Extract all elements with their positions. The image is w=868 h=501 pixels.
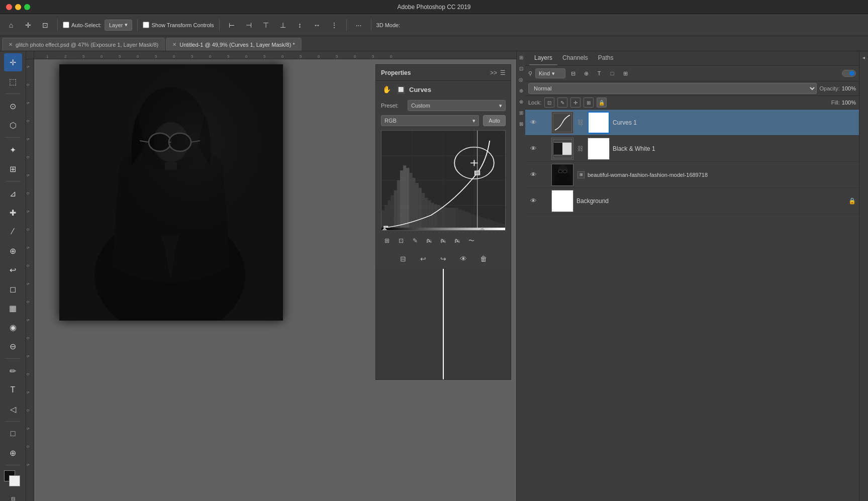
background-color[interactable] xyxy=(9,475,20,486)
svg-rect-29 xyxy=(419,188,422,230)
curves-vis-btn[interactable]: 👁 xyxy=(456,252,470,266)
curves-redo-btn[interactable]: ↪ xyxy=(436,252,450,266)
curves-eyedropper-mid[interactable]: 🖎 xyxy=(437,235,449,247)
align-top-btn[interactable]: ⊥ xyxy=(276,18,290,32)
layer-vis-curves1[interactable]: 👁 xyxy=(528,118,538,128)
lasso-tool[interactable]: ⊙ xyxy=(4,97,22,115)
filter-shape-btn[interactable]: □ xyxy=(607,68,618,79)
tab-close-icon-2[interactable]: ✕ xyxy=(172,42,176,47)
distribute-btn[interactable]: ⋮ xyxy=(327,18,341,32)
more-options-btn[interactable]: ··· xyxy=(352,18,366,32)
layer-item-bw1[interactable]: 👁 ⛓ Black & White 1 xyxy=(525,136,859,162)
minimize-button[interactable] xyxy=(15,4,21,10)
align-center-h-btn[interactable]: ⊣ xyxy=(242,18,256,32)
filter-type-btn[interactable]: T xyxy=(594,68,605,79)
tab-paths[interactable]: Paths xyxy=(593,51,619,65)
marquee-tool[interactable]: ⬚ xyxy=(4,72,22,90)
tab-channels[interactable]: Channels xyxy=(557,51,593,65)
curves-graph[interactable] xyxy=(381,130,506,231)
menu-icon[interactable]: ☰ xyxy=(500,69,506,76)
auto-button[interactable]: Auto xyxy=(483,115,506,126)
history-tool[interactable]: ↩ xyxy=(4,261,22,279)
side-tool-6[interactable]: ⊞ xyxy=(517,109,525,117)
lock-artboard-btn[interactable]: ⊞ xyxy=(584,97,594,108)
curves-undo-btn[interactable]: ↩ xyxy=(416,252,430,266)
kind-dropdown[interactable]: Kind ▾ xyxy=(535,68,565,78)
move-tool-btn[interactable]: ✛ xyxy=(21,18,35,32)
tab-glitch[interactable]: ✕ glitch photo effect.psd @ 47% (Exposur… xyxy=(2,38,165,51)
show-transform-checkbox[interactable] xyxy=(143,22,149,28)
tab-untitled[interactable]: ✕ Untitled-1 @ 49,9% (Curves 1, Layer Ma… xyxy=(166,38,301,51)
side-tool-5[interactable]: ⊗ xyxy=(517,97,525,106)
eyedropper-tool[interactable]: ⊿ xyxy=(4,184,22,203)
align-center-v-btn[interactable]: ↕ xyxy=(293,18,307,32)
eraser-tool[interactable]: ◻ xyxy=(4,280,22,298)
expand-icon[interactable]: >> xyxy=(490,69,497,76)
channel-dropdown[interactable]: RGB ▾ xyxy=(381,115,479,126)
canvas-image[interactable] xyxy=(59,64,283,321)
curves-hand-tool[interactable]: ✋ xyxy=(381,84,392,95)
curves-clip-btn[interactable]: ⊟ xyxy=(396,252,410,266)
layer-item-photo[interactable]: 👁 ⊞ beautiful-woman-fashion-fashion-mode… xyxy=(525,162,859,188)
side-tool-3[interactable]: ◎ xyxy=(517,75,525,83)
layer-item-bg[interactable]: 👁 Background 🔒 xyxy=(525,188,859,214)
svg-rect-25 xyxy=(406,168,409,230)
artboard-btn[interactable]: ⊡ xyxy=(38,18,52,32)
align-bottom-btn[interactable]: ↔ xyxy=(310,18,324,32)
home-btn[interactable]: ⌂ xyxy=(4,18,18,32)
wand-tool[interactable]: ✦ xyxy=(4,141,22,159)
auto-select-dropdown[interactable]: Layer ▾ xyxy=(105,20,133,31)
dodge-tool[interactable]: ⊖ xyxy=(4,337,22,355)
filter-adjust-btn[interactable]: ⊕ xyxy=(581,68,592,79)
heal-tool[interactable]: ✚ xyxy=(4,204,22,222)
blur-tool[interactable]: ◉ xyxy=(4,318,22,336)
path-select-tool[interactable]: ◁ xyxy=(4,400,22,418)
zoom-tool[interactable]: ⊕ xyxy=(4,444,22,462)
layer-vis-bw1[interactable]: 👁 xyxy=(528,144,538,154)
tab-close-icon[interactable]: ✕ xyxy=(9,42,13,47)
layer-item-curves1[interactable]: 👁 ⛓ Curves 1 xyxy=(525,110,859,136)
curves-tool-3[interactable]: ✎ xyxy=(409,235,421,247)
filter-smart-btn[interactable]: ⊞ xyxy=(620,68,631,79)
pen-tool[interactable]: ✏ xyxy=(4,362,22,380)
curves-eyedropper-dark[interactable]: 🖎 xyxy=(423,235,435,247)
layers-tab-bar: Layers Channels Paths xyxy=(525,51,859,66)
curves-delete-btn[interactable]: 🗑 xyxy=(476,252,491,266)
gradient-tool[interactable]: ▦ xyxy=(4,299,22,317)
brush-tool[interactable]: ∕ xyxy=(4,223,22,241)
preset-dropdown[interactable]: Custom ▾ xyxy=(408,100,506,111)
text-tool[interactable]: T xyxy=(4,381,22,399)
move-tool[interactable]: ✛ xyxy=(4,53,22,71)
crop-tool[interactable]: ⊞ xyxy=(4,160,22,178)
shape-tool[interactable]: □ xyxy=(4,425,22,443)
curves-tool-1[interactable]: ⊞ xyxy=(381,235,393,247)
side-tool-2[interactable]: ⊡ xyxy=(517,64,525,72)
align-left-btn[interactable]: ⊢ xyxy=(225,18,239,32)
auto-select-checkbox[interactable] xyxy=(63,22,69,28)
far-right-btn-1[interactable]: ◂ xyxy=(860,53,868,61)
polygon-tool[interactable]: ⬡ xyxy=(4,116,22,134)
lock-move-btn[interactable]: ✛ xyxy=(570,97,581,108)
blend-mode-select[interactable]: Normal xyxy=(528,83,817,94)
tab-layers[interactable]: Layers xyxy=(529,51,557,65)
curves-wave-tool[interactable]: 〜 xyxy=(465,235,477,247)
lock-brush-btn[interactable]: ✎ xyxy=(557,97,567,108)
layer-vis-photo[interactable]: 👁 xyxy=(528,170,538,180)
curves-tool-2[interactable]: ⊡ xyxy=(395,235,407,247)
curves-eyedropper-tool[interactable]: 🔲 xyxy=(395,84,406,95)
align-right-btn[interactable]: ⊤ xyxy=(259,18,273,32)
filter-pixel-btn[interactable]: ⊟ xyxy=(567,68,578,79)
quick-mask-btn[interactable]: ⊟ xyxy=(4,489,22,501)
side-tool-1[interactable]: ⊞ xyxy=(517,53,525,61)
close-button[interactable] xyxy=(6,4,12,10)
maximize-button[interactable] xyxy=(24,4,30,10)
lock-all-btn[interactable]: 🔒 xyxy=(597,97,607,108)
side-tool-7[interactable]: ⊠ xyxy=(517,120,525,128)
stamp-tool[interactable]: ⊕ xyxy=(4,242,22,260)
lock-transparent-btn[interactable]: ⊡ xyxy=(544,97,554,108)
curves-eyedropper-light[interactable]: 🖎 xyxy=(451,235,463,247)
filter-toggle-switch[interactable] xyxy=(842,70,856,77)
layer-vis-bg[interactable]: 👁 xyxy=(528,196,538,206)
side-tool-4[interactable]: ⊕ xyxy=(517,86,525,94)
color-swatch[interactable] xyxy=(4,470,22,488)
